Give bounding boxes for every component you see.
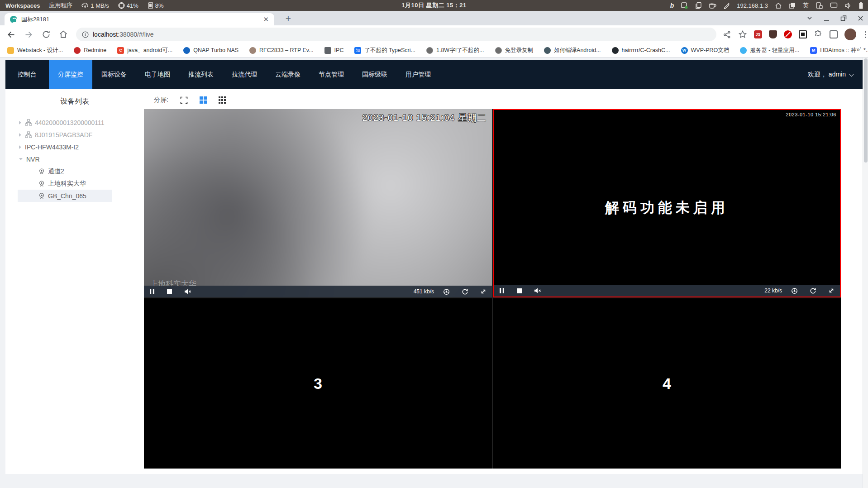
pause-icon[interactable] xyxy=(149,288,155,295)
bookmark-item[interactable]: IPC xyxy=(324,47,344,54)
stop-icon[interactable] xyxy=(167,289,172,295)
bookmark-item[interactable]: 如何编译Android... xyxy=(544,47,601,54)
browser-tab-active[interactable]: 国标28181 ✕ xyxy=(5,13,274,25)
settings-icon[interactable] xyxy=(443,288,450,295)
nav-item[interactable]: 拉流代理 xyxy=(223,60,266,89)
bookmark-item[interactable]: QNAP Turbo NAS xyxy=(183,47,238,54)
expand-arrow-icon[interactable] xyxy=(19,145,21,149)
extension-tampermonkey-icon[interactable] xyxy=(769,30,777,38)
extension-ublock-icon[interactable] xyxy=(799,30,807,38)
tab-search-chevron-icon[interactable] xyxy=(806,15,813,21)
applications-menu[interactable]: 应用程序 xyxy=(49,1,72,10)
bookmark-item[interactable]: 免登录复制 xyxy=(495,47,534,54)
close-window-button[interactable] xyxy=(858,15,863,21)
display-tray-icon[interactable] xyxy=(830,2,838,9)
pen-tray-icon[interactable] xyxy=(723,2,730,9)
user-menu[interactable]: 欢迎， admin xyxy=(808,71,863,79)
site-info-icon[interactable] xyxy=(82,31,89,38)
nav-item[interactable]: 用户管理 xyxy=(396,60,440,89)
workspaces-button[interactable]: Workspaces xyxy=(5,2,40,9)
bookmark-label: 服务器 - 轻量应用... xyxy=(750,47,799,54)
refresh-icon[interactable] xyxy=(462,288,468,295)
battery-tray-icon[interactable] xyxy=(858,2,863,9)
collapse-arrow-icon[interactable] xyxy=(19,158,23,160)
tree-node-platform-2[interactable]: 8J01915PAGB3ADF xyxy=(5,129,144,141)
nav-item[interactable]: 国标设备 xyxy=(92,60,136,89)
extension-json-icon[interactable]: JS xyxy=(754,30,762,38)
nav-item[interactable]: 节点管理 xyxy=(310,60,353,89)
video-cell-4-empty[interactable]: 4 xyxy=(493,298,841,469)
bookmark-item[interactable]: 服务器 - 轻量应用... xyxy=(740,47,799,54)
mute-icon[interactable] xyxy=(184,288,191,295)
expand-icon[interactable] xyxy=(480,288,486,295)
stop-icon[interactable] xyxy=(516,288,522,294)
tree-node-platform-1[interactable]: 44020000013200000111 xyxy=(5,116,144,129)
bookmark-item[interactable]: hairrrrr/C-CrashC... xyxy=(612,47,670,54)
forward-button[interactable] xyxy=(24,30,33,39)
app-tray-icon[interactable] xyxy=(681,2,688,9)
bing-tray-icon[interactable]: b xyxy=(670,2,674,9)
nav-item[interactable]: 推流列表 xyxy=(179,60,223,89)
layers-tray-icon[interactable] xyxy=(789,2,796,9)
reload-button[interactable] xyxy=(42,30,51,39)
nav-item[interactable]: 电子地图 xyxy=(136,60,179,89)
app-nav-bar: 控制台 分屏监控 国标设备 电子地图 推流列表 拉流代理 云端录像 节点管理 国… xyxy=(5,60,863,89)
expand-arrow-icon[interactable] xyxy=(19,121,21,124)
refresh-icon[interactable] xyxy=(810,287,816,294)
tree-node-ipc[interactable]: IPC-HFW4433M-I2 xyxy=(5,141,144,153)
tab-favicon xyxy=(10,16,17,23)
minimize-button[interactable] xyxy=(824,15,830,21)
fullscreen-icon[interactable] xyxy=(180,96,188,104)
nav-item[interactable]: 控制台 xyxy=(5,60,49,89)
input-method-indicator[interactable]: 英 xyxy=(803,1,809,10)
ip-address[interactable]: 192.168.1.3 xyxy=(737,2,768,9)
bookmark-star-icon[interactable] xyxy=(738,30,747,39)
split-2x2-button[interactable] xyxy=(200,96,207,104)
home-button[interactable] xyxy=(59,30,68,39)
side-panel-icon[interactable] xyxy=(830,30,838,38)
pause-icon[interactable] xyxy=(499,287,505,294)
bookmark-item[interactable]: 1.8W字!了不起的... xyxy=(426,47,484,54)
volume-tray-icon[interactable] xyxy=(844,2,852,9)
clipboard-tray-icon[interactable] xyxy=(695,2,702,9)
extensions-puzzle-icon[interactable] xyxy=(814,30,823,39)
split-label: 分屏: xyxy=(154,96,168,104)
tab-close-icon[interactable]: ✕ xyxy=(263,16,269,23)
bookmark-item[interactable]: Redmine xyxy=(74,47,106,54)
profile-avatar[interactable] xyxy=(844,29,856,40)
nav-item[interactable]: 国标级联 xyxy=(353,60,396,89)
bookmark-item[interactable]: 了不起的 TypeScri... xyxy=(354,47,415,54)
mute-icon[interactable] xyxy=(534,287,541,294)
coffee-tray-icon[interactable] xyxy=(709,2,716,9)
video-cell-2-selected[interactable]: 2023-01-10 15:21:06 解码功能未启用 22 kb/s xyxy=(493,109,841,297)
split-3x3-button[interactable] xyxy=(219,96,226,104)
bookmarks-overflow-chevron[interactable]: » xyxy=(856,46,860,53)
nav-item[interactable]: 云端录像 xyxy=(266,60,310,89)
tree-channel-1[interactable]: 通道2 xyxy=(5,165,144,177)
restore-button[interactable] xyxy=(840,15,847,21)
expand-arrow-icon[interactable] xyxy=(19,133,21,137)
phone-link-icon[interactable] xyxy=(816,2,823,9)
bookmark-item[interactable]: java、android可... xyxy=(117,47,172,54)
video-cell-1[interactable]: 2023-01-10 15:21:04 星期二 上地科实大华 451 kb/s xyxy=(144,109,492,297)
bookmark-item[interactable]: RFC2833 – RTP Ev... xyxy=(249,47,314,54)
bookmark-item[interactable]: WVP-PRO文档 xyxy=(681,47,730,54)
video-cell-3-empty[interactable]: 3 xyxy=(144,298,492,469)
scrollbar-thumb[interactable] xyxy=(864,58,868,163)
browser-menu-icon[interactable] xyxy=(863,31,868,38)
clock[interactable]: 1月10日 星期二 15：21 xyxy=(401,1,466,10)
tree-channel-2[interactable]: 上地科实大华 xyxy=(5,177,144,190)
extension-adblock-icon[interactable] xyxy=(784,30,792,38)
nav-item[interactable]: 分屏监控 xyxy=(49,60,92,89)
new-tab-button[interactable]: + xyxy=(282,13,294,24)
tree-channel-3-selected[interactable]: GB_Chn_065 xyxy=(5,190,144,202)
bookmark-item[interactable]: Webstack - 设计... xyxy=(7,47,63,54)
address-bar[interactable]: localhost:38080/#/live xyxy=(76,28,716,41)
back-button[interactable] xyxy=(6,30,16,39)
page-scrollbar[interactable] xyxy=(863,57,868,488)
tree-node-nvr[interactable]: NVR xyxy=(5,153,144,165)
home-tray-icon[interactable] xyxy=(775,2,782,9)
share-icon[interactable] xyxy=(723,30,731,39)
settings-icon[interactable] xyxy=(791,287,798,294)
expand-icon[interactable] xyxy=(828,287,835,294)
